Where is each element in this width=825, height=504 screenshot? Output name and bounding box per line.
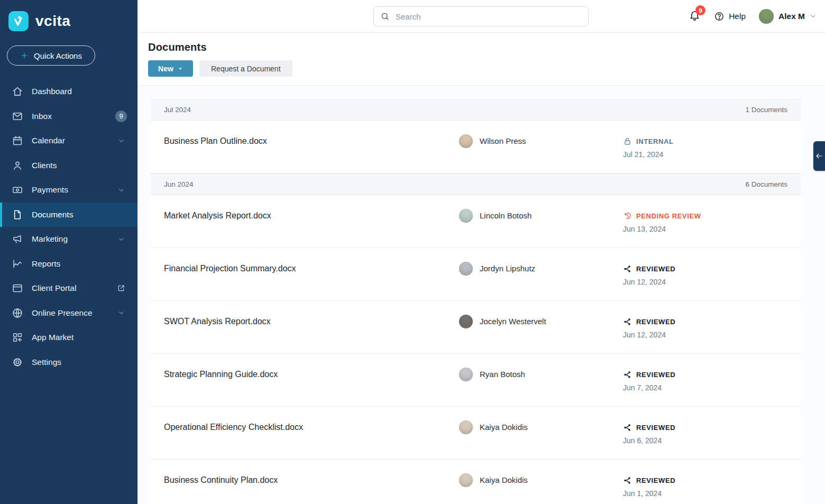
client-cell: Kaiya Dokidis	[459, 473, 623, 504]
document-name: Business Continuity Plan.docx	[151, 473, 459, 504]
quick-actions-button[interactable]: Quick Actions	[7, 45, 95, 66]
megaphone-icon	[12, 233, 23, 245]
main-area: 9 Help Alex M Documents New Request a Do…	[138, 0, 825, 504]
calendar-icon	[12, 135, 23, 146]
sidebar-item-label: Clients	[32, 161, 57, 170]
chevron-down-icon	[115, 236, 127, 243]
share-icon	[623, 476, 632, 485]
request-button-label: Request a Document	[211, 65, 281, 73]
sidebar-item-reports[interactable]: Reports	[0, 252, 138, 277]
group-count: 1 Documents	[745, 106, 787, 114]
client-cell: Kaiya Dokidis	[459, 420, 623, 459]
search-box[interactable]	[373, 6, 589, 26]
status-cell: REVIEWEDJun 7, 2024	[623, 368, 801, 406]
client-name: Kaiya Dokidis	[480, 473, 528, 487]
status-badge: PENDING REVIEW	[623, 209, 801, 223]
group-header: Jun 20246 Documents	[151, 173, 801, 195]
document-date: Jun 1, 2024	[623, 489, 801, 498]
sidebar-item-app-market[interactable]: App Market	[0, 325, 138, 350]
vcita-logo-icon	[8, 11, 29, 31]
client-avatar	[459, 262, 473, 276]
status-badge: REVIEWED	[623, 420, 801, 434]
nav-chevron-wrap	[115, 236, 127, 243]
document-row[interactable]: Strategic Planning Guide.docxRyan Botosh…	[151, 354, 801, 407]
status-badge: REVIEWED	[623, 262, 801, 276]
page-title: Documents	[148, 41, 825, 53]
collapse-panel-tab[interactable]	[813, 141, 825, 171]
lock-icon	[623, 137, 632, 146]
share-icon	[623, 423, 632, 432]
document-date: Jun 12, 2024	[623, 278, 801, 286]
chevron-down-icon	[115, 309, 127, 316]
client-name: Kaiya Dokidis	[480, 420, 528, 434]
user-menu[interactable]: Alex M	[759, 9, 817, 24]
sidebar-item-dashboard[interactable]: Dashboard	[0, 79, 138, 104]
status-label: REVIEWED	[636, 318, 675, 326]
sidebar-item-calendar[interactable]: Calendar	[0, 129, 138, 153]
sidebar-item-documents[interactable]: Documents	[0, 203, 138, 227]
document-row[interactable]: Market Analysis Report.docxLincoln Botos…	[151, 195, 801, 248]
sidebar-item-label: Documents	[32, 210, 73, 219]
arrow-left-icon	[815, 152, 823, 160]
sidebar-item-payments[interactable]: Payments	[0, 178, 138, 203]
help-icon	[714, 11, 725, 22]
client-avatar	[459, 420, 473, 434]
sidebar-item-label: Online Presence	[32, 308, 93, 318]
search-input[interactable]	[396, 12, 582, 21]
chevron-down-icon	[115, 138, 127, 144]
document-row[interactable]: Business Plan Outline.docxWilson PressIN…	[151, 121, 801, 173]
sidebar-item-clients[interactable]: Clients	[0, 153, 138, 178]
request-document-button[interactable]: Request a Document	[199, 60, 292, 77]
client-name: Ryan Botosh	[480, 368, 525, 381]
document-name: Financial Projection Summary.docx	[151, 262, 459, 300]
user-avatar	[759, 9, 774, 24]
notifications-button[interactable]: 9	[689, 9, 701, 23]
sidebar-item-client-portal[interactable]: Client Portal	[0, 276, 138, 301]
sidebar-item-online-presence[interactable]: Online Presence	[0, 301, 138, 326]
group-month: Jul 2024	[164, 106, 191, 114]
document-row[interactable]: Financial Projection Summary.docxJordyn …	[151, 248, 801, 301]
status-badge: INTERNAL	[623, 134, 801, 148]
document-date: Jul 21, 2024	[623, 150, 801, 159]
sidebar-nav: DashboardInbox9CalendarClientsPaymentsDo…	[0, 79, 138, 374]
document-name: SWOT Analysis Report.docx	[151, 315, 459, 353]
help-label: Help	[729, 12, 746, 21]
sidebar-item-label: Client Portal	[32, 283, 76, 293]
payments-icon	[12, 184, 23, 196]
new-button-label: New	[158, 65, 173, 73]
sidebar-item-label: Settings	[32, 358, 61, 367]
status-cell: PENDING REVIEWJun 13, 2024	[623, 209, 801, 248]
sidebar-item-label: Marketing	[32, 234, 68, 244]
globe-icon	[12, 307, 23, 319]
sidebar-item-marketing[interactable]: Marketing	[0, 227, 138, 252]
sidebar-item-label: Inbox	[32, 112, 52, 121]
home-icon	[12, 86, 23, 97]
sidebar-item-settings[interactable]: Settings	[0, 350, 138, 375]
client-avatar	[459, 209, 473, 223]
client-avatar	[459, 473, 473, 487]
nav-chevron-wrap	[115, 309, 127, 316]
new-document-button[interactable]: New	[148, 60, 193, 77]
chevron-down-icon	[115, 187, 127, 194]
sidebar-item-label: Payments	[32, 185, 68, 195]
sidebar-item-label: App Market	[32, 333, 74, 342]
client-name: Wilson Press	[480, 134, 526, 148]
sidebar-item-inbox[interactable]: Inbox9	[0, 104, 138, 129]
share-icon	[623, 264, 632, 273]
nav-chevron-wrap	[115, 187, 127, 194]
document-name: Business Plan Outline.docx	[151, 134, 459, 173]
sidebar-item-label: Reports	[32, 259, 60, 269]
document-row[interactable]: SWOT Analysis Report.docxJocelyn Westerv…	[151, 301, 801, 354]
settings-icon	[12, 356, 23, 368]
document-row[interactable]: Business Continuity Plan.docxKaiya Dokid…	[151, 460, 801, 504]
client-avatar	[459, 134, 473, 148]
client-name: Jordyn Lipshutz	[480, 262, 535, 276]
document-row[interactable]: Operational Efficiency Checklist.docxKai…	[151, 407, 801, 460]
plus-icon	[20, 51, 29, 60]
chevron-down-icon	[810, 13, 817, 20]
external-link-icon	[115, 284, 127, 292]
help-button[interactable]: Help	[714, 11, 746, 22]
app-market-icon	[12, 332, 23, 343]
client-cell: Jocelyn Westervelt	[459, 315, 623, 353]
client-name: Lincoln Botosh	[480, 209, 531, 223]
